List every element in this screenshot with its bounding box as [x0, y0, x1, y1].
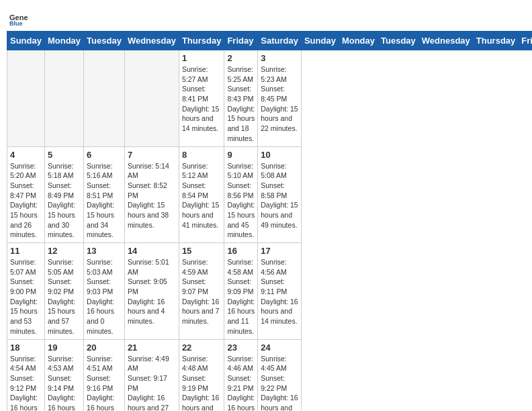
day-number: 12 — [48, 246, 81, 256]
header-wednesday: Wednesday — [124, 32, 179, 50]
logo: General Blue — [9, 7, 30, 26]
calendar-cell: 12Sunrise: 5:05 AMSunset: 9:02 PMDayligh… — [44, 243, 83, 340]
calendar-cell: 16Sunrise: 4:58 AMSunset: 9:09 PMDayligh… — [224, 243, 258, 340]
calendar-cell: 13Sunrise: 5:03 AMSunset: 9:03 PMDayligh… — [84, 243, 125, 340]
col-header-sunday: Sunday — [301, 32, 339, 50]
day-number: 10 — [261, 150, 298, 160]
header-monday: Monday — [44, 32, 83, 50]
day-info: Sunrise: 4:51 AMSunset: 9:16 PMDaylight:… — [87, 354, 122, 412]
calendar-cell: 7Sunrise: 5:14 AMSunset: 8:52 PMDaylight… — [124, 146, 179, 243]
calendar-cell — [44, 50, 83, 147]
day-info: Sunrise: 4:54 AMSunset: 9:12 PMDaylight:… — [10, 354, 42, 412]
day-info: Sunrise: 4:59 AMSunset: 9:07 PMDaylight:… — [182, 257, 222, 326]
day-info: Sunrise: 5:20 AMSunset: 8:47 PMDaylight:… — [10, 161, 42, 240]
week-row-3: 11Sunrise: 5:07 AMSunset: 9:00 PMDayligh… — [7, 243, 533, 340]
day-number: 17 — [261, 246, 298, 256]
day-info: Sunrise: 5:08 AMSunset: 8:58 PMDaylight:… — [261, 161, 298, 230]
calendar-cell: 8Sunrise: 5:12 AMSunset: 8:54 PMDaylight… — [179, 146, 224, 243]
calendar-cell: 24Sunrise: 4:45 AMSunset: 9:22 PMDayligh… — [258, 339, 302, 411]
day-info: Sunrise: 4:48 AMSunset: 9:19 PMDaylight:… — [182, 354, 222, 412]
calendar-cell: 4Sunrise: 5:20 AMSunset: 8:47 PMDaylight… — [7, 146, 45, 243]
col-header-tuesday: Tuesday — [378, 32, 419, 50]
header-friday: Friday — [224, 32, 258, 50]
day-info: Sunrise: 5:10 AMSunset: 8:56 PMDaylight:… — [227, 161, 255, 240]
calendar-cell: 11Sunrise: 5:07 AMSunset: 9:00 PMDayligh… — [7, 243, 45, 340]
calendar-cell — [7, 50, 45, 147]
day-info: Sunrise: 5:05 AMSunset: 9:02 PMDaylight:… — [48, 257, 81, 336]
calendar-table: SundayMondayTuesdayWednesdayThursdayFrid… — [7, 31, 532, 411]
day-info: Sunrise: 5:14 AMSunset: 8:52 PMDaylight:… — [128, 161, 176, 230]
calendar-cell — [124, 50, 179, 147]
calendar-cell: 19Sunrise: 4:53 AMSunset: 9:14 PMDayligh… — [44, 339, 83, 411]
day-number: 20 — [87, 342, 122, 353]
calendar-cell: 9Sunrise: 5:10 AMSunset: 8:56 PMDaylight… — [224, 146, 258, 243]
day-info: Sunrise: 4:53 AMSunset: 9:14 PMDaylight:… — [48, 354, 81, 412]
day-number: 13 — [87, 246, 122, 256]
day-info: Sunrise: 4:49 AMSunset: 9:17 PMDaylight:… — [128, 354, 176, 412]
calendar-cell — [84, 50, 125, 147]
calendar-cell: 21Sunrise: 4:49 AMSunset: 9:17 PMDayligh… — [124, 339, 179, 411]
logo-icon: General Blue — [9, 7, 28, 26]
header-row: SundayMondayTuesdayWednesdayThursdayFrid… — [7, 32, 533, 50]
svg-text:Blue: Blue — [9, 20, 23, 26]
calendar-cell: 22Sunrise: 4:48 AMSunset: 9:19 PMDayligh… — [179, 339, 224, 411]
calendar-cell: 18Sunrise: 4:54 AMSunset: 9:12 PMDayligh… — [7, 339, 45, 411]
day-number: 3 — [261, 53, 298, 63]
week-row-1: 1Sunrise: 5:27 AMSunset: 8:41 PMDaylight… — [7, 50, 533, 147]
day-number: 18 — [10, 342, 42, 353]
day-info: Sunrise: 5:07 AMSunset: 9:00 PMDaylight:… — [10, 257, 42, 336]
day-number: 14 — [128, 246, 176, 256]
day-number: 6 — [87, 150, 122, 160]
header-thursday: Thursday — [179, 32, 224, 50]
calendar-cell: 6Sunrise: 5:16 AMSunset: 8:51 PMDaylight… — [84, 146, 125, 243]
day-number: 11 — [10, 246, 42, 256]
calendar-cell: 15Sunrise: 4:59 AMSunset: 9:07 PMDayligh… — [179, 243, 224, 340]
day-info: Sunrise: 5:25 AMSunset: 8:43 PMDaylight:… — [227, 64, 255, 144]
day-info: Sunrise: 4:58 AMSunset: 9:09 PMDaylight:… — [227, 257, 255, 336]
week-row-2: 4Sunrise: 5:20 AMSunset: 8:47 PMDaylight… — [7, 146, 533, 243]
day-info: Sunrise: 5:23 AMSunset: 8:45 PMDaylight:… — [261, 64, 298, 134]
day-info: Sunrise: 5:03 AMSunset: 9:03 PMDaylight:… — [87, 257, 122, 336]
day-number: 9 — [227, 150, 255, 160]
day-info: Sunrise: 4:45 AMSunset: 9:22 PMDaylight:… — [261, 354, 298, 412]
calendar-cell: 1Sunrise: 5:27 AMSunset: 8:41 PMDaylight… — [179, 50, 224, 147]
day-number: 23 — [227, 342, 255, 353]
day-number: 21 — [128, 342, 176, 353]
day-number: 19 — [48, 342, 81, 353]
day-number: 7 — [128, 150, 176, 160]
page-header: General Blue — [7, 7, 525, 26]
day-number: 8 — [182, 150, 222, 160]
col-header-thursday: Thursday — [473, 32, 519, 50]
day-number: 5 — [48, 150, 81, 160]
day-number: 24 — [261, 342, 298, 353]
day-info: Sunrise: 5:27 AMSunset: 8:41 PMDaylight:… — [182, 64, 222, 134]
day-info: Sunrise: 5:18 AMSunset: 8:49 PMDaylight:… — [48, 161, 81, 240]
calendar-cell: 23Sunrise: 4:46 AMSunset: 9:21 PMDayligh… — [224, 339, 258, 411]
week-row-4: 18Sunrise: 4:54 AMSunset: 9:12 PMDayligh… — [7, 339, 533, 411]
col-header-friday: Friday — [519, 32, 532, 50]
col-header-wednesday: Wednesday — [418, 32, 473, 50]
day-number: 15 — [182, 246, 222, 256]
calendar-cell: 17Sunrise: 4:56 AMSunset: 9:11 PMDayligh… — [258, 243, 302, 340]
day-info: Sunrise: 5:12 AMSunset: 8:54 PMDaylight:… — [182, 161, 222, 230]
calendar-cell: 14Sunrise: 5:01 AMSunset: 9:05 PMDayligh… — [124, 243, 179, 340]
day-info: Sunrise: 4:46 AMSunset: 9:21 PMDaylight:… — [227, 354, 255, 412]
day-number: 2 — [227, 53, 255, 63]
calendar-cell: 5Sunrise: 5:18 AMSunset: 8:49 PMDaylight… — [44, 146, 83, 243]
col-header-monday: Monday — [339, 32, 378, 50]
header-sunday: Sunday — [7, 32, 45, 50]
calendar-cell: 3Sunrise: 5:23 AMSunset: 8:45 PMDaylight… — [258, 50, 302, 147]
calendar-cell: 2Sunrise: 5:25 AMSunset: 8:43 PMDaylight… — [224, 50, 258, 147]
day-info: Sunrise: 5:01 AMSunset: 9:05 PMDaylight:… — [128, 257, 176, 326]
day-info: Sunrise: 5:16 AMSunset: 8:51 PMDaylight:… — [87, 161, 122, 240]
day-number: 4 — [10, 150, 42, 160]
calendar-cell: 20Sunrise: 4:51 AMSunset: 9:16 PMDayligh… — [84, 339, 125, 411]
header-tuesday: Tuesday — [84, 32, 125, 50]
day-info: Sunrise: 4:56 AMSunset: 9:11 PMDaylight:… — [261, 257, 298, 326]
calendar-cell: 10Sunrise: 5:08 AMSunset: 8:58 PMDayligh… — [258, 146, 302, 243]
day-number: 16 — [227, 246, 255, 256]
day-number: 1 — [182, 53, 222, 63]
day-number: 22 — [182, 342, 222, 353]
header-saturday: Saturday — [258, 32, 302, 50]
